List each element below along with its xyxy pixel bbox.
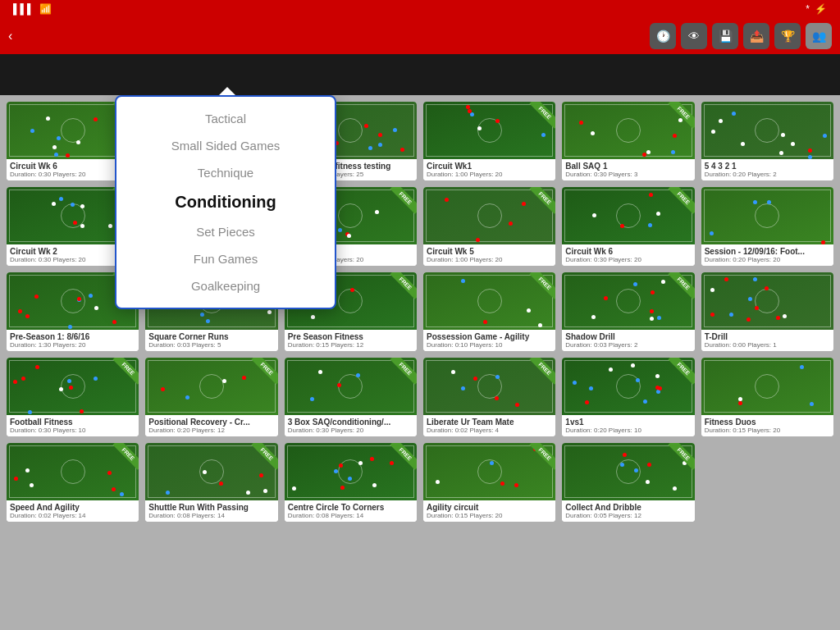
card-title: 1vs1 bbox=[565, 418, 691, 427]
free-ribbon bbox=[106, 358, 139, 390]
card-meta: Duration: 0:03 Players: 5 bbox=[148, 341, 274, 349]
card-info: T-Drill Duration: 0:00 Players: 1 bbox=[701, 330, 833, 351]
practice-card-19[interactable]: Football Fitness Duration: 0:30 Players:… bbox=[7, 358, 139, 436]
people-icon-btn[interactable]: 👥 bbox=[806, 23, 832, 49]
card-meta: Duration: 0:00 Players: 1 bbox=[705, 341, 830, 349]
card-title: Square Corner Runs bbox=[148, 332, 274, 341]
card-title: 3 Box SAQ/conditioning/... bbox=[288, 418, 413, 427]
card-title: Circuit Wk1 bbox=[427, 162, 552, 171]
eye-icon-btn[interactable]: 👁 bbox=[681, 23, 707, 49]
card-image bbox=[285, 358, 417, 415]
practice-card-6[interactable]: 5 4 3 2 1 Duration: 0:20 Players: 2 bbox=[701, 102, 833, 180]
practice-card-27[interactable]: Centre Circle To Corners Duration: 0:08 … bbox=[285, 443, 417, 522]
practice-card-25[interactable]: Speed And Agility Duration: 0:02 Players… bbox=[7, 443, 139, 522]
practice-card-26[interactable]: Shuttle Run With Passing Duration: 0:08 … bbox=[145, 443, 277, 522]
practice-card-20[interactable]: Positional Recovery - Cr... Duration: 0:… bbox=[145, 358, 277, 436]
field-center bbox=[616, 289, 641, 313]
share-icon-btn[interactable]: 📤 bbox=[743, 23, 769, 49]
free-ribbon bbox=[662, 358, 695, 390]
dropdown-goalkeeping[interactable]: Goalkeeping bbox=[116, 272, 335, 299]
nav-bar: ‹ 🕐 👁 💾 📤 🏆 👥 bbox=[0, 18, 840, 54]
card-info: Centre Circle To Corners Duration: 0:08 … bbox=[285, 500, 417, 522]
filter-bar bbox=[0, 54, 840, 95]
card-info: Football Fitness Duration: 0:30 Players:… bbox=[7, 415, 139, 436]
practice-card-17[interactable]: Shadow Drill Duration: 0:03 Players: 2 bbox=[562, 272, 694, 351]
field-center bbox=[477, 289, 502, 313]
trophy-icon-btn[interactable]: 🏆 bbox=[774, 23, 801, 49]
card-title: Football Fitness bbox=[10, 418, 135, 427]
dropdown-conditioning[interactable]: Conditioning bbox=[116, 186, 335, 218]
free-ribbon bbox=[523, 102, 555, 135]
card-image bbox=[423, 443, 555, 500]
free-ribbon bbox=[662, 187, 695, 220]
card-meta: Duration: 0:30 Players: 10 bbox=[10, 427, 135, 434]
dropdown-technique[interactable]: Technique bbox=[116, 159, 335, 186]
dropdown-set-pieces[interactable]: Set Pieces bbox=[116, 218, 335, 245]
practices-count bbox=[0, 54, 139, 95]
filter-standard[interactable] bbox=[490, 54, 665, 95]
free-ribbon bbox=[523, 443, 555, 476]
practice-card-4[interactable]: Ball SAQ 1 Duration: 0:30 Players: 3 bbox=[562, 102, 694, 180]
practice-card-29[interactable]: Collect And Dribble Duration: 0:05 Playe… bbox=[562, 443, 694, 522]
card-meta: Duration: 0:20 Players: 10 bbox=[565, 427, 691, 434]
card-image bbox=[7, 443, 139, 500]
practice-card-24[interactable]: Fitness Duos Duration: 0:15 Players: 20 bbox=[701, 358, 833, 436]
field-center bbox=[616, 118, 641, 143]
card-info: Circuit Wk 6 Duration: 0:30 Players: 20 bbox=[562, 244, 694, 266]
card-image bbox=[562, 443, 694, 500]
card-info: Agility circuit Duration: 0:15 Players: … bbox=[423, 500, 555, 522]
practice-card-11[interactable]: Circuit Wk 6 Duration: 0:30 Players: 20 bbox=[562, 187, 694, 266]
practice-card-23[interactable]: 1vs1 Duration: 0:20 Players: 10 bbox=[562, 358, 694, 436]
card-image bbox=[423, 358, 555, 415]
card-meta: Duration: 1:30 Players: 20 bbox=[10, 341, 135, 349]
card-meta: Duration: 0:20 Players: 20 bbox=[705, 256, 830, 263]
bt-icon: * bbox=[806, 3, 810, 15]
free-ribbon bbox=[384, 187, 417, 220]
filter-all-durations[interactable] bbox=[315, 54, 491, 95]
practice-card-22[interactable]: Liberate Ur Team Mate Duration: 0:02 Pla… bbox=[423, 358, 555, 436]
free-ribbon bbox=[662, 443, 695, 476]
card-meta: Duration: 0:20 Players: 2 bbox=[705, 171, 830, 178]
practice-card-21[interactable]: 3 Box SAQ/conditioning/... Duration: 0:3… bbox=[285, 358, 417, 436]
field-center bbox=[199, 374, 224, 399]
card-meta: Duration: 0:15 Players: 20 bbox=[427, 512, 552, 519]
practice-card-16[interactable]: Possession Game - Agility Duration: 0:10… bbox=[423, 272, 555, 351]
practice-card-18[interactable]: T-Drill Duration: 0:00 Players: 1 bbox=[701, 272, 833, 351]
field-center bbox=[477, 203, 502, 228]
status-right: * ⚡ bbox=[806, 3, 832, 15]
free-ribbon bbox=[662, 102, 695, 135]
card-title: Agility circuit bbox=[427, 503, 552, 512]
back-button[interactable]: ‹ bbox=[8, 29, 16, 43]
card-image bbox=[701, 272, 833, 330]
filter-conditioning[interactable] bbox=[139, 54, 315, 95]
save-icon-btn[interactable]: 💾 bbox=[712, 23, 738, 49]
dropdown-fun-games[interactable]: Fun Games bbox=[116, 245, 335, 272]
card-meta: Duration: 0:05 Players: 12 bbox=[565, 512, 691, 519]
card-info: Circuit Wk1 Duration: 1:00 Players: 20 bbox=[423, 159, 555, 180]
practice-card-3[interactable]: Circuit Wk1 Duration: 1:00 Players: 20 bbox=[423, 102, 555, 180]
card-title: Pre-Season 1: 8/6/16 bbox=[10, 332, 135, 341]
dropdown-tactical[interactable]: Tactical bbox=[116, 105, 335, 132]
card-info: Pre-Season 1: 8/6/16 Duration: 1:30 Play… bbox=[7, 330, 139, 351]
card-title: Circuit Wk 5 bbox=[427, 247, 552, 256]
dropdown-small-sided[interactable]: Small Sided Games bbox=[116, 132, 335, 159]
free-ribbon bbox=[523, 272, 555, 305]
practice-card-10[interactable]: Circuit Wk 5 Duration: 1:00 Players: 20 bbox=[423, 187, 555, 266]
card-info: Shuttle Run With Passing Duration: 0:08 … bbox=[145, 500, 277, 522]
card-meta: Duration: 0:08 Players: 14 bbox=[288, 512, 413, 519]
category-dropdown[interactable]: Tactical Small Sided Games Technique Con… bbox=[115, 95, 336, 309]
filter-additional[interactable] bbox=[665, 54, 841, 95]
card-info: Square Corner Runs Duration: 0:03 Player… bbox=[145, 330, 277, 351]
practice-card-28[interactable]: Agility circuit Duration: 0:15 Players: … bbox=[423, 443, 555, 522]
card-info: Liberate Ur Team Mate Duration: 0:02 Pla… bbox=[423, 415, 555, 436]
card-title: Shuttle Run With Passing bbox=[148, 503, 274, 512]
card-title: Liberate Ur Team Mate bbox=[427, 418, 552, 427]
card-title: Speed And Agility bbox=[10, 503, 135, 512]
card-info: Speed And Agility Duration: 0:02 Players… bbox=[7, 500, 139, 522]
card-meta: Duration: 0:02 Players: 14 bbox=[10, 512, 135, 519]
wifi-icon2: ⚡ bbox=[815, 3, 827, 15]
card-meta: Duration: 0:30 Players: 20 bbox=[288, 427, 413, 434]
clock-icon-btn[interactable]: 🕐 bbox=[650, 23, 676, 49]
card-title: Shadow Drill bbox=[565, 332, 691, 341]
practice-card-12[interactable]: Session - 12/09/16: Foot... Duration: 0:… bbox=[701, 187, 833, 266]
